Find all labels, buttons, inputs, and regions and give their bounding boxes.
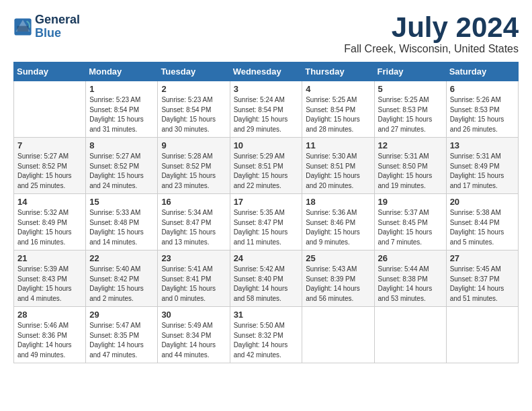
day-number: 16 xyxy=(161,197,226,207)
calendar-cell: 16Sunrise: 5:34 AM Sunset: 8:47 PM Dayli… xyxy=(158,194,230,250)
calendar-cell: 6Sunrise: 5:26 AM Sunset: 8:53 PM Daylig… xyxy=(446,81,518,138)
day-header-friday: Friday xyxy=(374,62,446,81)
location: Fall Creek, Wisconsin, United States xyxy=(344,43,519,55)
calendar-cell: 11Sunrise: 5:30 AM Sunset: 8:51 PM Dayli… xyxy=(302,138,374,194)
day-number: 3 xyxy=(234,84,299,94)
day-info: Sunrise: 5:44 AM Sunset: 8:38 PM Dayligh… xyxy=(378,265,443,304)
day-info: Sunrise: 5:36 AM Sunset: 8:46 PM Dayligh… xyxy=(306,208,370,247)
day-number: 28 xyxy=(17,310,82,320)
day-number: 9 xyxy=(161,140,226,150)
day-number: 30 xyxy=(161,310,226,320)
month-year: July 2024 xyxy=(344,13,519,42)
day-info: Sunrise: 5:35 AM Sunset: 8:47 PM Dayligh… xyxy=(234,208,299,247)
calendar-cell: 14Sunrise: 5:32 AM Sunset: 8:49 PM Dayli… xyxy=(14,194,86,250)
calendar-cell: 23Sunrise: 5:41 AM Sunset: 8:41 PM Dayli… xyxy=(158,250,230,307)
day-header-tuesday: Tuesday xyxy=(158,62,230,81)
logo-line2: Blue xyxy=(35,26,61,40)
logo-icon xyxy=(13,17,32,36)
week-row-3: 14Sunrise: 5:32 AM Sunset: 8:49 PM Dayli… xyxy=(14,194,519,250)
day-number: 14 xyxy=(17,197,82,207)
day-info: Sunrise: 5:25 AM Sunset: 8:53 PM Dayligh… xyxy=(378,95,443,134)
day-info: Sunrise: 5:27 AM Sunset: 8:52 PM Dayligh… xyxy=(89,152,154,191)
calendar-cell: 31Sunrise: 5:50 AM Sunset: 8:32 PM Dayli… xyxy=(230,307,302,363)
day-info: Sunrise: 5:30 AM Sunset: 8:51 PM Dayligh… xyxy=(306,152,370,191)
day-info: Sunrise: 5:31 AM Sunset: 8:49 PM Dayligh… xyxy=(450,152,515,191)
day-info: Sunrise: 5:39 AM Sunset: 8:43 PM Dayligh… xyxy=(17,265,82,304)
calendar-cell: 17Sunrise: 5:35 AM Sunset: 8:47 PM Dayli… xyxy=(230,194,302,250)
day-info: Sunrise: 5:31 AM Sunset: 8:50 PM Dayligh… xyxy=(378,152,443,191)
calendar-cell: 22Sunrise: 5:40 AM Sunset: 8:42 PM Dayli… xyxy=(86,250,158,307)
calendar-cell: 18Sunrise: 5:36 AM Sunset: 8:46 PM Dayli… xyxy=(302,194,374,250)
calendar-cell: 15Sunrise: 5:33 AM Sunset: 8:48 PM Dayli… xyxy=(86,194,158,250)
week-row-5: 28Sunrise: 5:46 AM Sunset: 8:36 PM Dayli… xyxy=(14,307,519,363)
day-info: Sunrise: 5:47 AM Sunset: 8:35 PM Dayligh… xyxy=(89,321,154,360)
calendar-cell: 13Sunrise: 5:31 AM Sunset: 8:49 PM Dayli… xyxy=(446,138,518,194)
day-number: 31 xyxy=(234,310,299,320)
day-info: Sunrise: 5:41 AM Sunset: 8:41 PM Dayligh… xyxy=(161,265,226,304)
logo-line1: General xyxy=(35,13,80,26)
calendar-cell: 5Sunrise: 5:25 AM Sunset: 8:53 PM Daylig… xyxy=(374,81,446,138)
day-info: Sunrise: 5:45 AM Sunset: 8:37 PM Dayligh… xyxy=(450,265,515,304)
day-number: 29 xyxy=(89,310,154,320)
day-number: 25 xyxy=(306,253,370,263)
calendar-cell: 28Sunrise: 5:46 AM Sunset: 8:36 PM Dayli… xyxy=(14,307,86,363)
day-number: 10 xyxy=(234,140,299,150)
day-info: Sunrise: 5:32 AM Sunset: 8:49 PM Dayligh… xyxy=(17,208,82,247)
day-number: 17 xyxy=(234,197,299,207)
week-row-1: 1Sunrise: 5:23 AM Sunset: 8:54 PM Daylig… xyxy=(14,81,519,138)
calendar-cell: 30Sunrise: 5:49 AM Sunset: 8:34 PM Dayli… xyxy=(158,307,230,363)
day-info: Sunrise: 5:38 AM Sunset: 8:44 PM Dayligh… xyxy=(450,208,515,247)
day-info: Sunrise: 5:33 AM Sunset: 8:48 PM Dayligh… xyxy=(89,208,154,247)
day-header-saturday: Saturday xyxy=(446,62,518,81)
day-header-sunday: Sunday xyxy=(14,62,86,81)
day-info: Sunrise: 5:23 AM Sunset: 8:54 PM Dayligh… xyxy=(89,95,154,134)
day-info: Sunrise: 5:43 AM Sunset: 8:39 PM Dayligh… xyxy=(306,265,370,304)
day-number: 5 xyxy=(378,84,443,94)
calendar-cell xyxy=(446,307,518,363)
day-info: Sunrise: 5:42 AM Sunset: 8:40 PM Dayligh… xyxy=(234,265,299,304)
day-number: 1 xyxy=(89,84,154,94)
calendar-cell: 29Sunrise: 5:47 AM Sunset: 8:35 PM Dayli… xyxy=(86,307,158,363)
calendar-cell: 3Sunrise: 5:24 AM Sunset: 8:54 PM Daylig… xyxy=(230,81,302,138)
day-header-monday: Monday xyxy=(86,62,158,81)
day-info: Sunrise: 5:27 AM Sunset: 8:52 PM Dayligh… xyxy=(17,152,82,191)
calendar-cell: 9Sunrise: 5:28 AM Sunset: 8:52 PM Daylig… xyxy=(158,138,230,194)
calendar-cell xyxy=(14,81,86,138)
day-info: Sunrise: 5:37 AM Sunset: 8:45 PM Dayligh… xyxy=(378,208,443,247)
day-number: 22 xyxy=(89,253,154,263)
day-header-thursday: Thursday xyxy=(302,62,374,81)
calendar-cell: 20Sunrise: 5:38 AM Sunset: 8:44 PM Dayli… xyxy=(446,194,518,250)
calendar-cell: 19Sunrise: 5:37 AM Sunset: 8:45 PM Dayli… xyxy=(374,194,446,250)
day-number: 4 xyxy=(306,84,370,94)
logo: General Blue xyxy=(13,13,80,40)
svg-rect-2 xyxy=(17,26,29,31)
day-info: Sunrise: 5:46 AM Sunset: 8:36 PM Dayligh… xyxy=(17,321,82,360)
day-number: 15 xyxy=(89,197,154,207)
header: General Blue July 2024 Fall Creek, Wisco… xyxy=(13,13,519,55)
calendar-cell: 2Sunrise: 5:23 AM Sunset: 8:54 PM Daylig… xyxy=(158,81,230,138)
calendar-cell: 7Sunrise: 5:27 AM Sunset: 8:52 PM Daylig… xyxy=(14,138,86,194)
day-info: Sunrise: 5:24 AM Sunset: 8:54 PM Dayligh… xyxy=(234,95,299,134)
day-number: 6 xyxy=(450,84,515,94)
days-header-row: SundayMondayTuesdayWednesdayThursdayFrid… xyxy=(14,62,519,81)
calendar-cell: 4Sunrise: 5:25 AM Sunset: 8:54 PM Daylig… xyxy=(302,81,374,138)
day-number: 18 xyxy=(306,197,370,207)
day-info: Sunrise: 5:25 AM Sunset: 8:54 PM Dayligh… xyxy=(306,95,370,134)
day-number: 7 xyxy=(17,140,82,150)
calendar-cell: 24Sunrise: 5:42 AM Sunset: 8:40 PM Dayli… xyxy=(230,250,302,307)
day-number: 11 xyxy=(306,140,370,150)
calendar-cell: 1Sunrise: 5:23 AM Sunset: 8:54 PM Daylig… xyxy=(86,81,158,138)
day-info: Sunrise: 5:28 AM Sunset: 8:52 PM Dayligh… xyxy=(161,152,226,191)
logo-text: General Blue xyxy=(35,13,80,40)
calendar-table: SundayMondayTuesdayWednesdayThursdayFrid… xyxy=(13,62,519,363)
day-number: 23 xyxy=(161,253,226,263)
day-info: Sunrise: 5:34 AM Sunset: 8:47 PM Dayligh… xyxy=(161,208,226,247)
day-number: 27 xyxy=(450,253,515,263)
calendar-cell: 21Sunrise: 5:39 AM Sunset: 8:43 PM Dayli… xyxy=(14,250,86,307)
day-info: Sunrise: 5:23 AM Sunset: 8:54 PM Dayligh… xyxy=(161,95,226,134)
day-number: 24 xyxy=(234,253,299,263)
calendar-cell: 27Sunrise: 5:45 AM Sunset: 8:37 PM Dayli… xyxy=(446,250,518,307)
calendar-cell: 10Sunrise: 5:29 AM Sunset: 8:51 PM Dayli… xyxy=(230,138,302,194)
day-info: Sunrise: 5:40 AM Sunset: 8:42 PM Dayligh… xyxy=(89,265,154,304)
week-row-4: 21Sunrise: 5:39 AM Sunset: 8:43 PM Dayli… xyxy=(14,250,519,307)
